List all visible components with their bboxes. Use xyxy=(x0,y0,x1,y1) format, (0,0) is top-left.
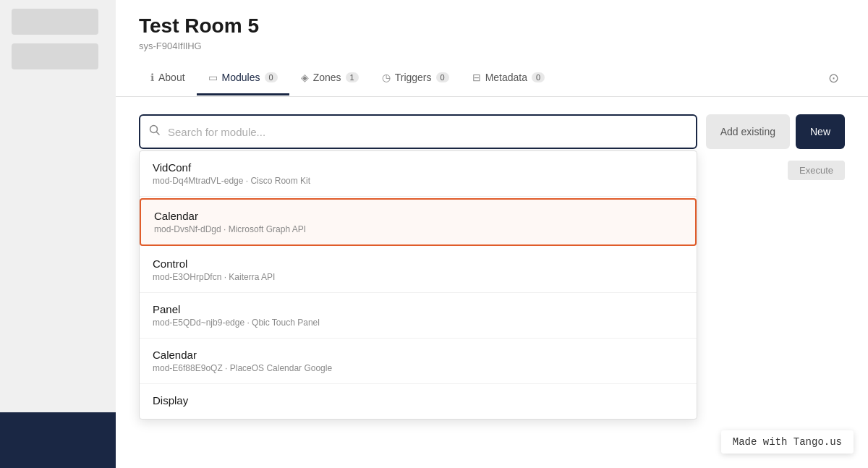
dropdown-item-display-name: Display xyxy=(153,394,684,407)
new-button[interactable]: New xyxy=(796,114,845,149)
page-subtitle: sys-F904IfIlHG xyxy=(139,41,845,51)
action-buttons: Add existing New xyxy=(706,114,845,149)
tabs-bar: ℹ About ▭ Modules 0 ◈ Zones 1 ◷ Triggers… xyxy=(116,60,868,97)
search-icon xyxy=(149,124,161,139)
dropdown-item-vidconf[interactable]: VidConf mod-Dq4MtradVL-edge · Cisco Room… xyxy=(140,151,697,197)
tab-modules[interactable]: ▭ Modules 0 xyxy=(197,61,289,95)
sidebar-block-1 xyxy=(12,9,98,35)
dropdown-item-panel[interactable]: Panel mod-E5QDd~njb9-edge · Qbic Touch P… xyxy=(140,293,697,339)
dropdown-item-control-name: Control xyxy=(153,258,684,270)
modules-icon: ▭ xyxy=(208,72,218,83)
dropdown-item-display[interactable]: Display xyxy=(140,384,697,419)
main-content: Test Room 5 sys-F904IfIlHG ℹ About ▭ Mod… xyxy=(116,0,868,468)
dropdown-item-panel-name: Panel xyxy=(153,303,684,315)
dropdown-item-calendar-1[interactable]: Calendar mod-DvsNf-dDgd · Microsoft Grap… xyxy=(140,198,697,246)
zones-badge: 1 xyxy=(346,72,359,82)
tab-metadata-label: Metadata xyxy=(485,72,527,83)
dropdown-item-calendar-1-name: Calendar xyxy=(154,210,682,222)
search-input[interactable] xyxy=(168,126,687,138)
sidebar-bottom xyxy=(0,412,116,468)
tab-about[interactable]: ℹ About xyxy=(139,61,197,95)
search-container: VidConf mod-Dq4MtradVL-edge · Cisco Room… xyxy=(139,114,697,149)
tabs-more-button[interactable]: ⊙ xyxy=(822,60,845,96)
dropdown-item-control[interactable]: Control mod-E3OHrpDfcn · Kaiterra API xyxy=(140,247,697,293)
tab-triggers[interactable]: ◷ Triggers 0 xyxy=(370,61,461,95)
svg-line-1 xyxy=(157,132,160,135)
page-header: Test Room 5 sys-F904IfIlHG xyxy=(116,0,868,51)
tab-triggers-label: Triggers xyxy=(395,72,432,83)
dropdown-item-calendar-1-sub: mod-DvsNf-dDgd · Microsoft Graph API xyxy=(154,224,682,234)
dropdown-item-vidconf-sub: mod-Dq4MtradVL-edge · Cisco Room Kit xyxy=(153,176,684,186)
search-actions-row: VidConf mod-Dq4MtradVL-edge · Cisco Room… xyxy=(139,114,845,149)
tab-zones[interactable]: ◈ Zones 1 xyxy=(289,61,370,95)
modules-badge: 0 xyxy=(265,72,278,82)
dropdown-item-calendar-2-name: Calendar xyxy=(153,349,684,361)
page-title: Test Room 5 xyxy=(139,14,845,38)
tab-metadata[interactable]: ⊟ Metadata 0 xyxy=(461,61,557,95)
execute-label: Execute xyxy=(788,161,845,180)
module-dropdown: VidConf mod-Dq4MtradVL-edge · Cisco Room… xyxy=(139,150,697,420)
metadata-icon: ⊟ xyxy=(472,72,481,83)
tab-zones-label: Zones xyxy=(313,72,341,83)
sidebar-block-2 xyxy=(12,43,98,69)
sidebar xyxy=(0,0,116,468)
dropdown-item-calendar-2[interactable]: Calendar mod-E6f88E9oQZ · PlaceOS Calend… xyxy=(140,339,697,384)
dropdown-item-panel-sub: mod-E5QDd~njb9-edge · Qbic Touch Panel xyxy=(153,318,684,328)
about-icon: ℹ xyxy=(150,72,154,83)
zones-icon: ◈ xyxy=(301,72,309,83)
dropdown-item-control-sub: mod-E3OHrpDfcn · Kaiterra API xyxy=(153,272,684,282)
tango-watermark: Made with Tango.us xyxy=(721,430,854,454)
content-area: VidConf mod-Dq4MtradVL-edge · Cisco Room… xyxy=(116,97,868,468)
dropdown-item-vidconf-name: VidConf xyxy=(153,161,684,174)
metadata-badge: 0 xyxy=(532,72,545,82)
sidebar-top xyxy=(0,0,116,412)
dropdown-item-calendar-2-sub: mod-E6f88E9oQZ · PlaceOS Calendar Google xyxy=(153,363,684,373)
execute-area: Execute xyxy=(788,163,845,176)
triggers-icon: ◷ xyxy=(382,72,391,83)
tab-about-label: About xyxy=(158,72,185,83)
add-existing-button[interactable]: Add existing xyxy=(706,114,790,149)
triggers-badge: 0 xyxy=(436,72,449,82)
search-input-wrapper xyxy=(139,114,697,149)
tab-modules-label: Modules xyxy=(222,72,260,83)
